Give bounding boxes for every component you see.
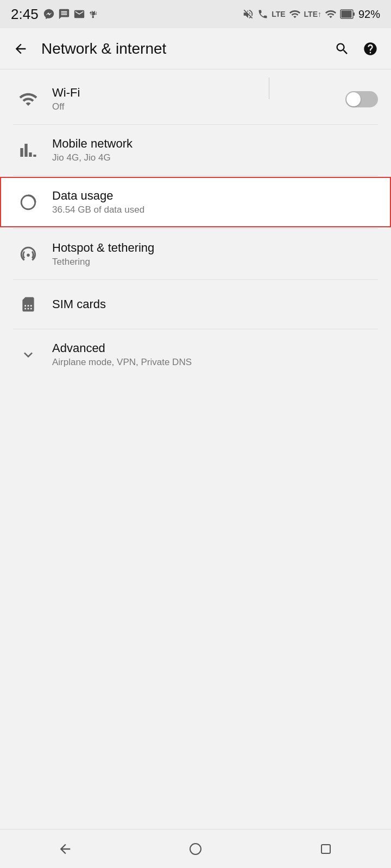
- nav-recents-button[interactable]: [304, 835, 348, 863]
- svg-point-4: [190, 844, 201, 854]
- wifi-title: Wi-Fi: [52, 86, 334, 100]
- app-bar: Network & internet: [0, 28, 391, 69]
- svg-rect-1: [341, 11, 351, 18]
- advanced-text: Advanced Airplane mode, VPN, Private DNS: [43, 341, 378, 368]
- status-bar-left: 2:45: [11, 6, 100, 23]
- hotspot-title: Hotspot & tethering: [52, 241, 378, 255]
- status-time: 2:45: [11, 6, 39, 23]
- hotspot-subtitle: Tethering: [52, 257, 378, 267]
- mobile-network-text: Mobile network Jio 4G, Jio 4G: [43, 137, 378, 163]
- mobile-signal-icon: [20, 142, 37, 159]
- lte-plus-badge: LTE↑: [304, 10, 321, 18]
- status-bar: 2:45 LTE: [0, 0, 391, 28]
- hotspot-icon-container: [13, 245, 43, 264]
- data-usage-title: Data usage: [52, 189, 378, 203]
- help-button[interactable]: [358, 37, 382, 61]
- lte-badge: LTE: [272, 10, 285, 18]
- data-usage-icon-container: [13, 193, 43, 212]
- mobile-network-icon-container: [13, 142, 43, 159]
- advanced-subtitle: Airplane mode, VPN, Private DNS: [52, 357, 378, 368]
- back-button[interactable]: [9, 37, 33, 61]
- nav-bar: [0, 829, 391, 868]
- usb-icon: [89, 8, 100, 20]
- status-icons: [43, 8, 100, 20]
- messenger2-icon: [58, 8, 70, 20]
- hotspot-icon: [19, 245, 37, 264]
- svg-rect-5: [321, 845, 330, 853]
- status-bar-right: LTE LTE↑ 92%: [242, 8, 380, 21]
- advanced-icon-container: [13, 346, 43, 363]
- wifi-toggle[interactable]: [345, 91, 378, 107]
- wifi-icon: [18, 90, 38, 109]
- wifi-toggle-thumb: [346, 92, 361, 106]
- data-usage-item[interactable]: Data usage 36.54 GB of data used: [0, 177, 391, 227]
- advanced-title: Advanced: [52, 341, 378, 355]
- nav-home-button[interactable]: [174, 835, 217, 863]
- data-usage-text: Data usage 36.54 GB of data used: [43, 189, 378, 215]
- sim-cards-title: SIM cards: [52, 297, 378, 311]
- gmail-icon: [73, 8, 85, 20]
- wifi-separator: [269, 78, 269, 99]
- battery-percent: 92%: [358, 8, 380, 21]
- sim-icon-container: [13, 296, 43, 313]
- sim-cards-item[interactable]: SIM cards: [0, 280, 391, 329]
- search-button[interactable]: [330, 37, 354, 61]
- sim-cards-text: SIM cards: [43, 297, 378, 311]
- page-title: Network & internet: [41, 40, 321, 58]
- signal-bars-icon: [289, 8, 301, 20]
- sim-icon: [20, 296, 37, 313]
- mute-icon: [242, 8, 254, 20]
- settings-list: Wi-Fi Off Mobile network Jio 4G, Jio 4G: [0, 69, 391, 829]
- hotspot-text: Hotspot & tethering Tethering: [43, 241, 378, 267]
- nav-back-button[interactable]: [43, 835, 87, 863]
- signal-bars2-icon: [325, 8, 337, 20]
- messenger-icon: [43, 8, 55, 20]
- hotspot-item[interactable]: Hotspot & tethering Tethering: [0, 229, 391, 279]
- app-bar-actions: [330, 37, 382, 61]
- wifi-toggle-container: [334, 88, 378, 110]
- svg-rect-2: [353, 12, 355, 16]
- expand-more-icon: [20, 346, 37, 363]
- wifi-subtitle: Off: [52, 101, 334, 112]
- mobile-network-title: Mobile network: [52, 137, 378, 151]
- advanced-item[interactable]: Advanced Airplane mode, VPN, Private DNS: [0, 329, 391, 380]
- wifi-item-text: Wi-Fi Off: [43, 86, 334, 112]
- data-usage-icon: [19, 193, 37, 212]
- divider-2: [13, 175, 378, 176]
- data-usage-subtitle: 36.54 GB of data used: [52, 205, 378, 215]
- battery-icon: [340, 8, 355, 20]
- mobile-network-subtitle: Jio 4G, Jio 4G: [52, 152, 378, 163]
- phone-signal-icon: [257, 8, 268, 20]
- mobile-network-item[interactable]: Mobile network Jio 4G, Jio 4G: [0, 125, 391, 175]
- wifi-item[interactable]: Wi-Fi Off: [0, 74, 391, 124]
- wifi-icon-container: [13, 90, 43, 109]
